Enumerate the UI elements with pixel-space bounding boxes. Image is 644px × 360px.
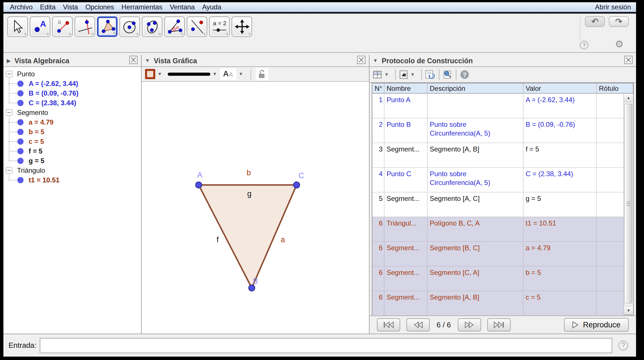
object-visibility-bullet[interactable]	[17, 129, 24, 135]
object-visibility-bullet[interactable]	[17, 100, 24, 106]
column-header-descripcion[interactable]: Descripción	[427, 83, 523, 93]
conic-tool-button[interactable]: ▿	[142, 16, 162, 37]
object-visibility-bullet[interactable]	[17, 138, 24, 145]
export-image-icon[interactable]	[399, 70, 408, 79]
protocol-table-row[interactable]: 2Punto BPunto sobre Circunferencia(A, 5)…	[372, 118, 624, 143]
algebra-item-row[interactable]: B = (0.09, -0.76)	[3, 89, 141, 98]
column-header-nombre[interactable]: Nombre	[384, 83, 427, 93]
play-button[interactable]: Reproduce	[564, 318, 629, 332]
move-view-tool-button[interactable]: ▿	[232, 16, 252, 37]
web-export-icon[interactable]	[443, 70, 452, 79]
tool-dropdown-icon[interactable]: ▿	[24, 31, 26, 37]
object-visibility-bullet[interactable]	[17, 90, 24, 96]
column-header-n[interactable]: N°	[372, 83, 384, 93]
slider-tool-button[interactable]: a = 2 ▿	[209, 16, 230, 37]
object-visibility-bullet[interactable]	[17, 177, 24, 183]
export-dropdown-icon[interactable]: ▼	[410, 72, 415, 77]
previous-step-button[interactable]	[406, 318, 430, 331]
columns-icon[interactable]	[373, 70, 382, 79]
input-help-icon[interactable]: ?	[618, 341, 628, 350]
tool-dropdown-icon[interactable]: ▿	[69, 31, 71, 37]
next-step-button[interactable]	[458, 318, 481, 331]
algebra-item-row[interactable]: b = 5	[3, 127, 141, 137]
menu-ventana[interactable]: Ventana	[166, 3, 198, 11]
refresh-icon[interactable]	[425, 70, 435, 79]
column-header-rotulo[interactable]: Rótulo	[597, 83, 633, 93]
columns-dropdown-icon[interactable]: ▼	[384, 72, 389, 77]
panel-collapse-icon[interactable]: ▶	[7, 58, 11, 64]
scroll-down-arrow[interactable]: ▼	[624, 306, 633, 315]
help-icon[interactable]: ?	[580, 41, 588, 49]
move-tool-button[interactable]: ▿	[7, 16, 28, 37]
object-visibility-bullet[interactable]	[17, 148, 24, 154]
line-thickness-swatch[interactable]	[168, 73, 210, 76]
protocol-table-row[interactable]: 6Segment...Segmento [A, B]c = 5	[372, 291, 624, 316]
protocol-table-row[interactable]: 4Punto CPunto sobre Circunferencia(A, 5)…	[372, 168, 624, 192]
tool-dropdown-icon[interactable]: ▿	[226, 31, 228, 37]
algebra-item-row[interactable]: a = 4.79	[3, 117, 141, 127]
protocol-table-row[interactable]: 1Punto AA = (-2.62, 3.44)	[372, 94, 624, 118]
reflection-tool-button[interactable]: ▿	[187, 16, 207, 37]
protocol-table-row[interactable]: 6Triángul...Polígono B, C, At1 = 10.51	[372, 217, 624, 242]
panel-collapse-icon[interactable]: ▼	[145, 58, 150, 64]
unlock-icon[interactable]	[256, 68, 268, 80]
text-style-button[interactable]: A A	[220, 68, 236, 80]
object-visibility-bullet[interactable]	[17, 81, 24, 87]
protocol-table-row[interactable]: 6Segment...Segmento [C, A]b = 5	[372, 266, 624, 291]
algebra-item-row[interactable]: A = (-2.62, 3.44)	[3, 79, 141, 89]
collapse-minus-icon[interactable]	[6, 71, 12, 77]
sign-in-link[interactable]: Abrir sesión	[595, 3, 633, 11]
first-step-button[interactable]	[377, 318, 400, 331]
tool-dropdown-icon[interactable]: ▿	[113, 31, 115, 36]
menu-archivo[interactable]: Archivo	[6, 3, 36, 11]
protocol-table-row[interactable]: 6Segment...Segmento [B, C]a = 4.79	[372, 242, 624, 266]
algebra-item-row[interactable]: t1 = 10.51	[3, 175, 141, 185]
tool-dropdown-icon[interactable]: ▿	[181, 31, 183, 37]
graphics-close-button[interactable]	[357, 56, 366, 66]
line-dropdown-icon[interactable]: ▼	[213, 71, 217, 77]
panel-collapse-icon[interactable]: ▼	[373, 58, 378, 64]
algebra-item-row[interactable]: f = 5	[3, 146, 141, 156]
vertex-point-B[interactable]	[249, 285, 255, 291]
angle-tool-button[interactable]: α ▿	[164, 16, 185, 37]
redo-button[interactable]: ↷	[609, 16, 629, 27]
text-style-dropdown-icon[interactable]: ▼	[239, 71, 243, 77]
algebra-item-row[interactable]: c = 5	[3, 137, 141, 146]
color-dropdown-icon[interactable]: ▼	[158, 71, 162, 77]
color-swatch[interactable]	[145, 69, 155, 79]
polygon-tool-button[interactable]: ▿	[97, 16, 118, 37]
collapse-minus-icon[interactable]	[6, 167, 12, 174]
menu-opciones[interactable]: Opciones	[82, 3, 118, 11]
point-tool-button[interactable]: A ▿	[30, 16, 50, 37]
table-scrollbar[interactable]: ▲ ▼	[624, 94, 633, 315]
scroll-up-arrow[interactable]: ▲	[624, 94, 633, 102]
vertex-point-A[interactable]	[196, 182, 202, 188]
tool-dropdown-icon[interactable]: ▿	[136, 31, 139, 37]
menu-edita[interactable]: Edita	[36, 3, 59, 11]
column-header-valor[interactable]: Valor	[523, 83, 597, 93]
tool-dropdown-icon[interactable]: ▿	[47, 31, 49, 37]
object-visibility-bullet[interactable]	[17, 119, 24, 125]
protocol-table-row[interactable]: 3Segment...Segmento [A, B]f = 5	[372, 143, 624, 168]
tool-dropdown-icon[interactable]: ▿	[248, 31, 251, 37]
menu-vista[interactable]: Vista	[59, 3, 82, 11]
tool-dropdown-icon[interactable]: ▿	[159, 31, 161, 37]
algebra-close-button[interactable]	[129, 56, 138, 66]
scrollbar-thumb[interactable]	[624, 104, 632, 303]
circle-tool-button[interactable]: ▿	[119, 16, 140, 37]
protocol-table-row[interactable]: 5Segment...Segmento [A, C]g = 5	[372, 192, 624, 217]
undo-button[interactable]: ↶	[585, 16, 605, 27]
protocol-close-button[interactable]	[624, 56, 633, 66]
segment-tool-button[interactable]: a ▿	[52, 16, 73, 37]
line-tool-button[interactable]: ▿	[75, 16, 95, 37]
menu-herramientas[interactable]: Herramientas	[118, 3, 166, 11]
algebra-item-row[interactable]: C = (2.38, 3.44)	[3, 98, 141, 108]
gear-icon[interactable]: ⚙	[615, 39, 624, 49]
last-step-button[interactable]	[487, 318, 511, 331]
tool-dropdown-icon[interactable]: ▿	[204, 31, 206, 37]
menu-ayuda[interactable]: Ayuda	[198, 3, 225, 11]
command-input[interactable]	[40, 338, 612, 353]
tool-dropdown-icon[interactable]: ▿	[91, 31, 94, 37]
graphics-canvas[interactable]: bgfaACB	[142, 82, 369, 333]
collapse-minus-icon[interactable]	[6, 109, 12, 116]
